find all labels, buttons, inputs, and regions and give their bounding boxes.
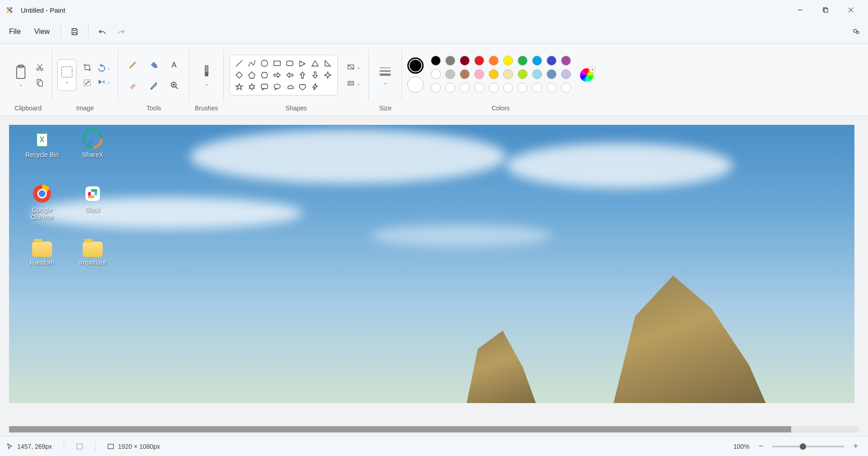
custom-color-slot-5[interactable] xyxy=(503,83,513,93)
custom-color-slot-1[interactable] xyxy=(445,83,455,93)
maximize-button[interactable] xyxy=(813,0,838,20)
color-swatch-2[interactable] xyxy=(460,56,470,66)
color-swatch-5[interactable] xyxy=(503,56,513,66)
divider xyxy=(368,49,369,101)
shape-oval-callout[interactable] xyxy=(271,81,283,92)
color-swatch-8[interactable] xyxy=(547,56,557,66)
flip-button[interactable]: ⌄ xyxy=(95,76,113,87)
zoom-in-button[interactable]: + xyxy=(850,441,862,452)
shape-five-point-star[interactable] xyxy=(233,81,245,92)
edit-colors-button[interactable]: + xyxy=(580,68,594,82)
color-swatch-9[interactable] xyxy=(561,56,571,66)
custom-color-slot-0[interactable] xyxy=(431,83,441,93)
shape-fill-button[interactable]: ⌄ xyxy=(344,77,363,89)
shape-pentagon[interactable] xyxy=(246,70,258,81)
svg-rect-30 xyxy=(261,84,268,89)
custom-color-slot-3[interactable] xyxy=(474,83,484,93)
shape-cloud-callout[interactable] xyxy=(284,81,296,92)
copy-button[interactable] xyxy=(33,76,46,89)
shape-rectangle[interactable] xyxy=(271,58,283,69)
pencil-tool[interactable] xyxy=(124,56,142,74)
color-1-well[interactable] xyxy=(407,57,424,74)
color-2-well[interactable] xyxy=(407,76,424,93)
custom-color-slot-9[interactable] xyxy=(561,83,571,93)
color-swatch-11[interactable] xyxy=(445,69,455,79)
color-swatch-7[interactable] xyxy=(532,56,542,66)
color-swatch-12[interactable] xyxy=(460,69,470,79)
paste-button[interactable]: ⌄ xyxy=(10,62,32,89)
color-swatch-19[interactable] xyxy=(561,69,571,79)
desktop-icon-label: Important xyxy=(79,259,106,266)
redo-button[interactable] xyxy=(112,23,130,41)
custom-color-slot-7[interactable] xyxy=(532,83,542,93)
divider xyxy=(61,25,61,38)
shape-heart[interactable] xyxy=(297,81,308,92)
zoom-out-button[interactable]: − xyxy=(755,441,767,452)
svg-line-26 xyxy=(236,60,242,66)
shape-diamond[interactable] xyxy=(233,70,245,81)
cursor-position: 1457, 269px xyxy=(17,443,52,450)
color-picker-tool[interactable] xyxy=(145,76,163,95)
color-swatch-1[interactable] xyxy=(445,56,455,66)
shape-four-point-star[interactable] xyxy=(322,70,334,81)
sharex-icon xyxy=(82,128,104,149)
color-swatch-4[interactable] xyxy=(489,56,499,66)
color-swatch-3[interactable] xyxy=(474,56,484,66)
color-swatch-13[interactable] xyxy=(474,69,484,79)
shape-rounded-rectangle[interactable] xyxy=(284,58,296,69)
shape-arrow-up[interactable] xyxy=(297,70,308,81)
zoom-level: 100% xyxy=(733,443,750,450)
divider xyxy=(189,49,189,101)
shape-lightning[interactable] xyxy=(309,81,321,92)
menu-file[interactable]: File xyxy=(3,24,27,39)
text-tool[interactable]: A xyxy=(165,56,184,74)
save-button[interactable] xyxy=(66,23,84,41)
select-button[interactable]: ⌄ xyxy=(57,59,76,91)
menu-view[interactable]: View xyxy=(28,24,56,39)
shape-rounded-callout[interactable] xyxy=(259,81,270,92)
resize-button[interactable] xyxy=(81,76,94,89)
rotate-button[interactable]: ⌄ xyxy=(95,63,113,74)
divider xyxy=(64,442,64,451)
shape-arrow-left[interactable] xyxy=(284,70,296,81)
shape-arrow-down[interactable] xyxy=(309,70,321,81)
shape-outline-button[interactable]: ⌄ xyxy=(344,61,363,73)
shape-six-point-star[interactable] xyxy=(246,81,258,92)
copilot-button[interactable] xyxy=(847,23,865,41)
shape-arrow-right[interactable] xyxy=(271,70,283,81)
shape-polygon[interactable] xyxy=(297,58,308,69)
color-swatch-15[interactable] xyxy=(503,69,513,79)
shape-oval[interactable] xyxy=(259,58,270,69)
custom-color-slot-8[interactable] xyxy=(547,83,557,93)
shape-line[interactable] xyxy=(233,58,245,69)
shape-hexagon[interactable] xyxy=(259,70,270,81)
color-swatch-16[interactable] xyxy=(518,69,528,79)
custom-color-slot-2[interactable] xyxy=(460,83,470,93)
vertical-scrollbar[interactable] xyxy=(860,125,866,423)
shape-curve[interactable] xyxy=(246,58,258,69)
zoom-slider[interactable] xyxy=(772,446,844,447)
brushes-button[interactable]: ⌄ xyxy=(196,62,217,88)
close-button[interactable] xyxy=(838,0,863,20)
svg-rect-28 xyxy=(274,61,280,66)
color-swatch-14[interactable] xyxy=(489,69,499,79)
crop-button[interactable] xyxy=(81,61,94,74)
color-swatch-10[interactable] xyxy=(431,69,441,79)
fill-tool[interactable] xyxy=(145,56,163,74)
size-button[interactable]: ⌄ xyxy=(374,64,396,87)
cut-button[interactable] xyxy=(33,61,46,74)
minimize-button[interactable] xyxy=(788,0,813,20)
custom-color-slot-6[interactable] xyxy=(518,83,528,93)
color-swatch-18[interactable] xyxy=(547,69,557,79)
horizontal-scrollbar[interactable] xyxy=(9,426,859,432)
magnifier-tool[interactable] xyxy=(165,76,184,95)
color-swatch-6[interactable] xyxy=(518,56,528,66)
color-swatch-0[interactable] xyxy=(431,56,441,66)
custom-color-slot-4[interactable] xyxy=(489,83,499,93)
eraser-tool[interactable] xyxy=(124,76,142,95)
shape-triangle[interactable] xyxy=(309,58,321,69)
color-swatch-17[interactable] xyxy=(532,69,542,79)
canvas[interactable]: Recycle BinShareXGoogle ChromeSlackRando… xyxy=(9,125,854,403)
shape-right-triangle[interactable] xyxy=(322,58,334,69)
undo-button[interactable] xyxy=(93,23,111,41)
